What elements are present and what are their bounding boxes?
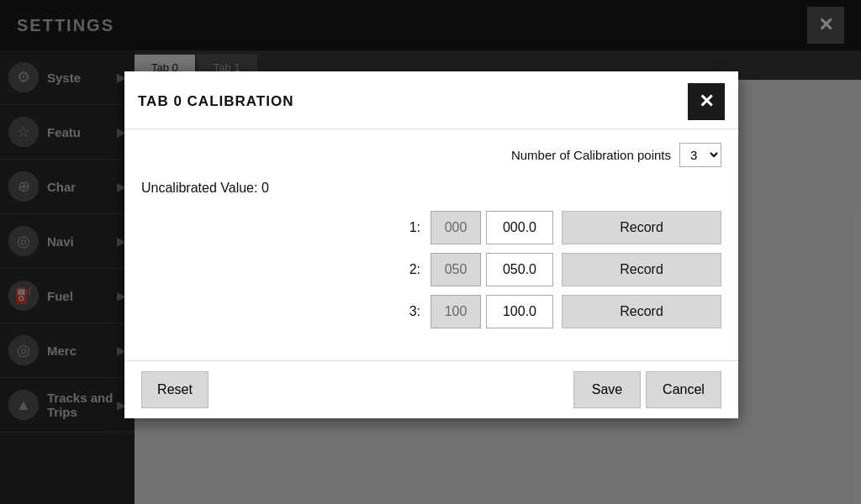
row-2-number: 2: [400, 262, 420, 277]
modal-header: TAB 0 CALIBRATION ✕ [124, 71, 738, 129]
calibration-row-2: 2: Record [141, 253, 721, 286]
record-button-2[interactable]: Record [562, 253, 721, 286]
save-button[interactable]: Save [573, 371, 641, 408]
row-2-large-input[interactable] [486, 253, 553, 286]
record-button-3[interactable]: Record [562, 295, 721, 328]
row-2-small-input[interactable] [430, 253, 481, 286]
modal-body: Number of Calibration points 3 1 2 4 Unc… [124, 129, 738, 354]
footer-right-buttons: Save Cancel [573, 371, 721, 408]
calibration-modal: TAB 0 CALIBRATION ✕ Number of Calibratio… [124, 71, 738, 418]
uncalibrated-value: Uncalibrated Value: 0 [141, 181, 721, 196]
calibration-points-label: Number of Calibration points [511, 148, 671, 162]
modal-title: TAB 0 CALIBRATION [138, 93, 293, 110]
row-3-small-input[interactable] [430, 295, 481, 328]
row-1-number: 1: [400, 220, 420, 235]
row-3-large-input[interactable] [486, 295, 553, 328]
record-button-1[interactable]: Record [562, 211, 721, 244]
row-1-large-input[interactable] [486, 211, 553, 244]
modal-footer: Reset Save Cancel [124, 360, 738, 418]
row-1-small-input[interactable] [430, 211, 481, 244]
calibration-points-row: Number of Calibration points 3 1 2 4 [141, 143, 721, 167]
modal-close-button[interactable]: ✕ [688, 83, 725, 120]
calibration-points-select[interactable]: 3 1 2 4 [679, 143, 721, 167]
calibration-row-3: 3: Record [141, 295, 721, 328]
cancel-button[interactable]: Cancel [646, 371, 721, 408]
row-3-number: 3: [400, 304, 420, 319]
reset-button[interactable]: Reset [141, 371, 209, 408]
calibration-row-1: 1: Record [141, 211, 721, 244]
